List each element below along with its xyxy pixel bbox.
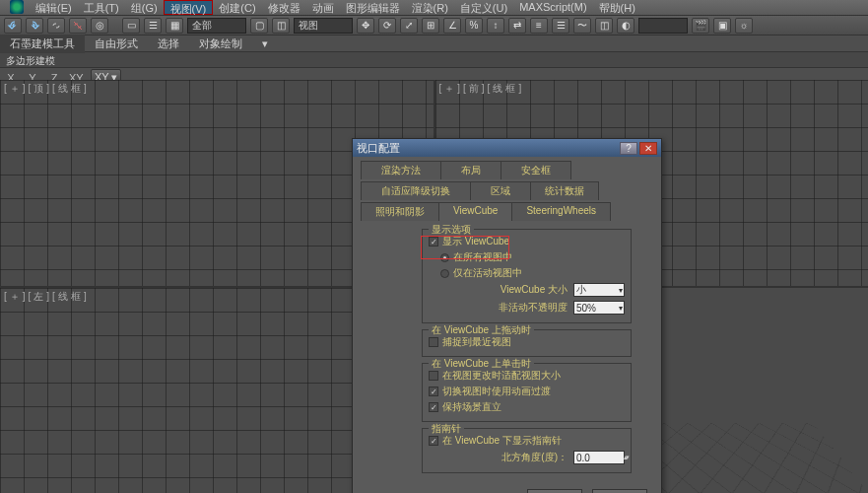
dialog-title: 视口配置 — [357, 141, 400, 156]
menu-view[interactable]: 视图(V) — [164, 0, 214, 15]
viewport-label[interactable]: [＋][左][线框] — [4, 290, 90, 304]
menu-animation[interactable]: 动画 — [306, 0, 340, 15]
group-legend: 在 ViewCube 上拖动时 — [429, 323, 534, 337]
viewport-label[interactable]: [＋][前][线框] — [439, 82, 525, 96]
tab-render-method[interactable]: 渲染方法 — [361, 161, 441, 179]
radio-all-views[interactable]: 在所有视图中 — [429, 249, 625, 265]
viewport-label[interactable]: [＋][顶][线框] — [4, 82, 90, 96]
chk-upright[interactable]: 保持场景直立 — [429, 399, 625, 415]
close-button[interactable]: ✕ — [639, 142, 657, 155]
tab-statistics[interactable]: 统计数据 — [530, 181, 599, 200]
group-click: 在 ViewCube 上单击时 在视图更改时适配视图大小 切换视图时使用动画过渡… — [422, 363, 632, 422]
quick-render-button[interactable]: ☼ — [735, 18, 753, 34]
align-button[interactable]: ≡ — [530, 18, 548, 34]
move-button[interactable]: ✥ — [357, 18, 374, 34]
group-compass: 指南针 在 ViewCube 下显示指南针 北方角度(度)：0.0 — [422, 428, 632, 473]
menu-group[interactable]: 组(G) — [125, 0, 164, 15]
dialog-titlebar[interactable]: 视口配置 ? ✕ — [353, 139, 661, 157]
cancel-button[interactable]: 取消 — [592, 489, 647, 493]
checkbox-icon — [429, 337, 438, 347]
scale-button[interactable]: ⤢ — [400, 18, 418, 34]
viewport-config-dialog: 视口配置 ? ✕ 渲染方法 布局 安全框 自适应降级切换 区域 统计数据 照明和… — [352, 138, 662, 493]
dialog-tabs: 渲染方法 布局 安全框 自适应降级切换 区域 统计数据 照明和阴影 ViewCu… — [353, 157, 661, 223]
selection-filter[interactable]: 全部 — [187, 18, 246, 34]
ribbon-tab-graphite[interactable]: 石墨建模工具 — [0, 35, 85, 53]
tab-safe-frames[interactable]: 安全框 — [501, 161, 571, 179]
ref-coord-select[interactable]: 视图 — [294, 18, 353, 34]
layer-button[interactable]: ☰ — [552, 18, 569, 34]
ribbon-tab-freeform[interactable]: 自由形式 — [85, 35, 148, 53]
checkbox-icon — [429, 402, 438, 412]
schematic-button[interactable]: ◫ — [595, 18, 613, 34]
checkbox-icon — [429, 371, 438, 381]
select-name-button[interactable]: ☰ — [144, 18, 162, 34]
group-legend: 在 ViewCube 上单击时 — [429, 357, 534, 371]
size-label: ViewCube 大小 — [429, 283, 568, 297]
opacity-dropdown[interactable]: 50% — [573, 301, 625, 315]
percent-snap-button[interactable]: % — [465, 18, 483, 34]
checkbox-icon — [429, 436, 438, 446]
ok-button[interactable]: 确定 — [527, 489, 582, 493]
menu-tools[interactable]: 工具(T) — [78, 0, 125, 15]
opacity-label: 非活动不透明度 — [429, 301, 568, 315]
app-icon[interactable] — [10, 0, 24, 14]
menu-graph[interactable]: 图形编辑器 — [340, 0, 406, 15]
ribbon-tab-selection[interactable]: 选择 — [148, 35, 189, 53]
size-dropdown[interactable]: 小 — [573, 283, 625, 297]
bind-button[interactable]: ◎ — [91, 18, 108, 34]
radio-active-view[interactable]: 仅在活动视图中 — [429, 265, 625, 281]
angle-spinner[interactable]: 0.0 — [573, 451, 625, 464]
group-drag: 在 ViewCube 上拖动时 捕捉到最近视图 — [422, 329, 632, 357]
material-button[interactable]: ◐ — [617, 18, 634, 34]
undo-button[interactable] — [4, 18, 22, 34]
rotate-button[interactable]: ⟳ — [378, 18, 396, 34]
ribbon-bar: 石墨建模工具 自由形式 选择 对象绘制 ▾ — [0, 35, 868, 52]
snap-button[interactable]: ⊞ — [422, 18, 439, 34]
angle-label: 北方角度(度)： — [429, 451, 568, 464]
render-setup-button[interactable]: 🎬 — [692, 18, 709, 34]
tab-layout[interactable]: 布局 — [440, 161, 501, 179]
tab-adaptive[interactable]: 自适应降级切换 — [361, 181, 471, 200]
tab-viewcube[interactable]: ViewCube — [438, 202, 512, 221]
menu-bar: 编辑(E) 工具(T) 组(G) 视图(V) 创建(C) 修改器 动画 图形编辑… — [0, 0, 868, 16]
radio-icon — [440, 269, 449, 278]
group-legend: 显示选项 — [429, 223, 474, 237]
ribbon-panel-poly[interactable]: 多边形建模 — [0, 52, 868, 68]
menu-edit[interactable]: 编辑(E) — [30, 0, 78, 15]
menu-help[interactable]: 帮助(H) — [593, 0, 641, 15]
link-button[interactable] — [47, 18, 65, 34]
crossing-button[interactable]: ▢ — [250, 18, 268, 34]
group-display-options: 显示选项 显示 ViewCube 在所有视图中 仅在活动视图中 ViewCube… — [422, 229, 632, 323]
mirror-button[interactable]: ⇄ — [508, 18, 526, 34]
tab-regions[interactable]: 区域 — [470, 181, 531, 200]
ribbon-min-icon[interactable]: ▾ — [252, 35, 278, 52]
window-button[interactable]: ◫ — [272, 18, 290, 34]
tab-steeringwheels[interactable]: SteeringWheels — [511, 202, 611, 221]
menu-customize[interactable]: 自定义(U) — [454, 0, 513, 15]
chk-animate[interactable]: 切换视图时使用动画过渡 — [429, 384, 625, 399]
menu-create[interactable]: 创建(C) — [213, 0, 261, 15]
menu-modifiers[interactable]: 修改器 — [262, 0, 306, 15]
menu-render[interactable]: 渲染(R) — [406, 0, 454, 15]
radio-icon — [440, 253, 449, 262]
render-frame-button[interactable]: ▣ — [713, 18, 731, 34]
help-button[interactable]: ? — [620, 142, 637, 155]
ribbon-tab-paint[interactable]: 对象绘制 — [189, 35, 252, 53]
group-legend: 指南针 — [429, 422, 464, 436]
redo-button[interactable] — [26, 18, 43, 34]
select-button[interactable]: ▭ — [122, 18, 140, 34]
curve-editor-button[interactable]: 〜 — [573, 18, 591, 34]
checkbox-icon — [429, 237, 438, 246]
angle-snap-button[interactable]: ∠ — [443, 18, 461, 34]
tab-lighting[interactable]: 照明和阴影 — [361, 202, 439, 221]
checkbox-icon — [429, 387, 438, 396]
main-toolbar: ◎ ▭ ☰ ▦ 全部 ▢ ◫ 视图 ✥ ⟳ ⤢ ⊞ ∠ % ↕ ⇄ ≡ ☰ 〜 … — [0, 16, 868, 35]
menu-maxscript[interactable]: MAXScript(M) — [513, 0, 592, 15]
unlink-button[interactable] — [69, 18, 87, 34]
named-selection[interactable] — [638, 18, 688, 34]
select-region-button[interactable]: ▦ — [166, 18, 183, 34]
spinner-snap-button[interactable]: ↕ — [487, 18, 504, 34]
